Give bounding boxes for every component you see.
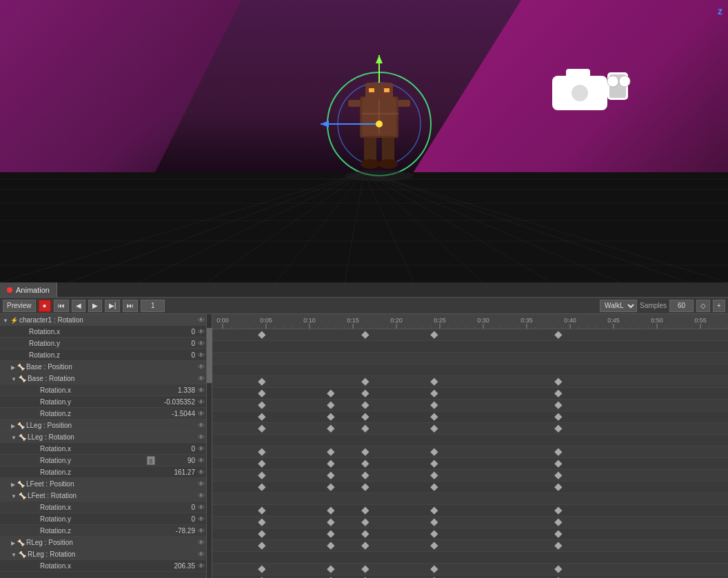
keyframe-diamond[interactable]	[258, 460, 265, 468]
clip-select[interactable]: WalkL	[600, 300, 637, 312]
keyframe-diamond[interactable]	[361, 390, 369, 398]
keyframe-diamond[interactable]	[258, 507, 265, 515]
prop-item-base_rot_z[interactable]: Rotation.z -1.5044 👁	[0, 408, 206, 420]
keyframe-diamond[interactable]	[258, 472, 265, 479]
track-base_rot[interactable]	[212, 388, 728, 400]
track-rleg_pos[interactable]	[212, 552, 728, 564]
samples-input[interactable]	[669, 300, 694, 312]
keyframe-diamond[interactable]	[361, 331, 369, 339]
preview-button[interactable]: Preview	[3, 300, 36, 312]
keyframe-diamond[interactable]	[258, 390, 265, 398]
keyframe-diamond[interactable]	[430, 542, 438, 550]
keyframe-diamond[interactable]	[430, 331, 438, 339]
track-rot_y[interactable]	[212, 353, 728, 364]
keyframe-diamond[interactable]	[430, 413, 438, 421]
keyframe-diamond[interactable]	[430, 448, 438, 456]
prop-item-rleg_pos[interactable]: 🦴RLeg : Position 👁	[0, 537, 206, 548]
track-lfeet_pos[interactable]	[212, 493, 728, 505]
keyframe-diamond[interactable]	[327, 472, 334, 479]
keyframe-diamond[interactable]	[554, 507, 562, 515]
keyframe-diamond[interactable]	[258, 448, 265, 456]
keyframe-diamond[interactable]	[361, 402, 369, 409]
keyframe-diamond[interactable]	[430, 402, 438, 409]
keyframe-diamond[interactable]	[258, 484, 265, 491]
keyframe-diamond[interactable]	[327, 542, 334, 550]
eye-icon[interactable]: 👁	[198, 375, 205, 382]
keyframe-diamond[interactable]	[554, 484, 562, 491]
keyframe-diamond[interactable]	[327, 484, 334, 491]
eye-icon[interactable]: 👁	[198, 468, 205, 476]
keyframe-diamond[interactable]	[361, 530, 369, 538]
track-lfeet_rot_x[interactable]	[212, 517, 728, 528]
track-base_rot_z[interactable]	[212, 423, 728, 435]
prop-item-rot_x[interactable]: Rotation.x 0 👁	[0, 326, 206, 338]
track-rleg_rot_x[interactable]	[212, 575, 728, 578]
eye-icon[interactable]: 👁	[198, 504, 205, 511]
track-lleg_rot_z[interactable]	[212, 482, 728, 493]
keyframe-diamond[interactable]	[327, 448, 334, 456]
keyframe-diamond[interactable]	[430, 460, 438, 468]
keyframe-diamond[interactable]	[258, 519, 265, 526]
prop-item-lfeet_rot[interactable]: 🦴LFeet : Rotation 👁	[0, 490, 206, 502]
keyframe-diamond[interactable]	[361, 378, 369, 386]
keyframe-diamond[interactable]	[361, 542, 369, 550]
eye-icon[interactable]: 👁	[198, 445, 205, 453]
keyframe-diamond[interactable]	[258, 530, 265, 538]
track-lfeet_rot_z[interactable]	[212, 540, 728, 552]
keyframe-diamond[interactable]	[327, 390, 334, 398]
add-keyframe-button[interactable]: +	[713, 300, 725, 312]
track-lleg_pos[interactable]	[212, 435, 728, 446]
keyframe-diamond[interactable]	[554, 460, 562, 468]
keyframe-diamond[interactable]	[554, 519, 562, 526]
keyframe-diamond[interactable]	[554, 530, 562, 538]
track-base_rot_y[interactable]	[212, 411, 728, 423]
eye-icon[interactable]: 👁	[198, 527, 205, 535]
eye-icon[interactable]: 👁	[198, 457, 205, 464]
vertical-scrollbar[interactable]	[207, 314, 212, 578]
prop-item-lleg_rot_y[interactable]: Rotation.y || 90 👁	[0, 455, 206, 466]
scrollbar-thumb[interactable]	[207, 328, 212, 383]
prop-item-rleg_rot[interactable]: 🦴RLeg : Rotation 👁	[0, 548, 206, 560]
keyframe-diamond[interactable]	[327, 519, 334, 526]
keyframe-diamond[interactable]	[554, 413, 562, 421]
keyframe-diamond[interactable]	[430, 425, 438, 433]
keyframe-diamond[interactable]	[430, 378, 438, 386]
keyframe-diamond[interactable]	[258, 542, 265, 550]
eye-icon[interactable]: 👁	[198, 562, 205, 570]
prop-item-rleg_rot_x[interactable]: Rotation.x 206.35 👁	[0, 560, 206, 572]
track-rleg_rot[interactable]	[212, 564, 728, 575]
eye-icon[interactable]: 👁	[198, 433, 205, 441]
keyframe-diamond[interactable]	[258, 425, 265, 433]
frame-input[interactable]	[141, 300, 165, 312]
eye-icon[interactable]: 👁	[198, 351, 205, 359]
keyframe-diamond[interactable]	[361, 448, 369, 456]
eye-icon[interactable]: 👁	[198, 492, 205, 499]
track-rot_z[interactable]	[212, 364, 728, 376]
keyframe-diamond[interactable]	[327, 530, 334, 538]
keyframe-diamond[interactable]	[554, 566, 562, 573]
keyframe-diamond[interactable]	[327, 425, 334, 433]
eye-icon[interactable]: 👁	[198, 410, 205, 417]
keyframe-diamond[interactable]	[327, 413, 334, 421]
keyframe-diamond[interactable]	[258, 566, 265, 573]
eye-icon[interactable]: 👁	[198, 550, 205, 558]
keyframe-diamond[interactable]	[554, 390, 562, 398]
keyframe-diamond[interactable]	[361, 472, 369, 479]
prop-item-char1_rot[interactable]: ⚡character1 : Rotation 👁	[0, 314, 206, 326]
keyframe-diamond[interactable]	[430, 507, 438, 515]
keyframe-diamond[interactable]	[430, 484, 438, 491]
keyframe-diamond[interactable]	[327, 566, 334, 573]
keyframe-diamond[interactable]	[258, 331, 265, 339]
keyframe-diamond[interactable]	[430, 390, 438, 398]
eye-icon[interactable]: 👁	[198, 398, 205, 406]
timeline-ruler[interactable]: 0:000:050:100:150:200:250:300:350:400:45…	[212, 314, 728, 329]
viewport-3d[interactable]: z	[0, 0, 728, 282]
prop-item-rot_z[interactable]: Rotation.z 0 👁	[0, 349, 206, 361]
keyframe-diamond[interactable]	[327, 402, 334, 409]
go-end-button[interactable]: ⏭	[123, 300, 138, 312]
eye-icon[interactable]: 👁	[198, 328, 205, 336]
keyframe-diamond[interactable]	[430, 472, 438, 479]
keyframe-diamond[interactable]	[258, 413, 265, 421]
track-base_rot_x[interactable]	[212, 400, 728, 411]
eye-icon[interactable]: 👁	[198, 386, 205, 394]
